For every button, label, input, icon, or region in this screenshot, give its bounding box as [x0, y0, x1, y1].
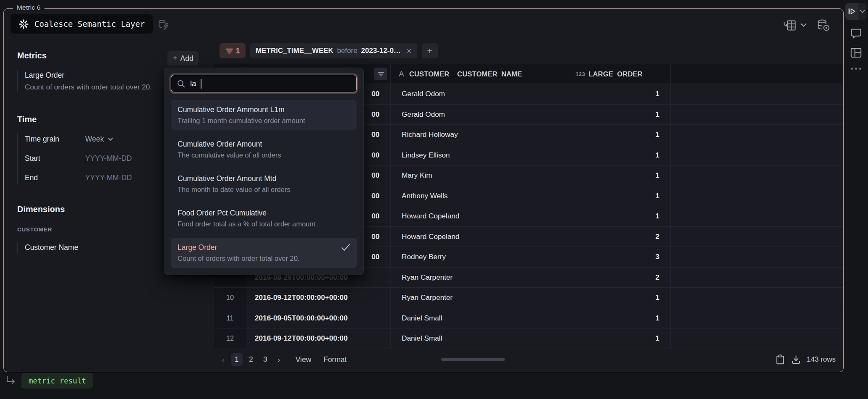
filter-field: METRIC_TIME__WEEK	[256, 47, 333, 55]
cell-customer-name: Daniel Small	[391, 328, 568, 349]
cell-large-order: 1	[568, 308, 671, 328]
run-cell-icon[interactable]	[845, 3, 858, 20]
metric-search-results: Cumulative Order Ammount L1mTrailing 1 m…	[171, 100, 357, 268]
cell-customer-name: Gerald Odom	[391, 105, 568, 125]
cell-large-order: 1	[568, 328, 671, 349]
output-variable-chip[interactable]: metric_result	[21, 373, 93, 388]
cell-large-order: 1	[568, 165, 671, 186]
source-chip[interactable]: Coalesce Semantic Layer	[10, 14, 153, 34]
pagination: ‹ 123 › View Format	[214, 353, 347, 366]
cell-header-actions	[783, 18, 831, 32]
cell-large-order: 1	[568, 105, 671, 125]
cell-customer-name: Howard Copeland	[391, 227, 568, 247]
filter-icon	[377, 71, 384, 77]
cell-customer-name: Howard Copeland	[391, 206, 568, 226]
dimensions-heading: Dimensions	[17, 205, 65, 214]
metric-option[interactable]: Cumulative Order Amount MtdThe month to …	[171, 169, 357, 199]
metric-option-description: The cumulative value of all orders	[178, 150, 350, 160]
database-preview-icon[interactable]	[816, 18, 831, 32]
add-filter-button[interactable]: +	[422, 43, 438, 58]
cell-blank	[671, 186, 843, 206]
search-icon	[177, 79, 186, 88]
cell-date: 2016-09-12T00:00:00+00:00	[246, 288, 391, 308]
metric-option-description: The month to date value of all orders	[178, 184, 350, 195]
comment-icon[interactable]	[850, 28, 867, 39]
cell-blank	[671, 227, 843, 247]
start-label: Start	[25, 154, 85, 163]
next-page-icon[interactable]: ›	[274, 354, 283, 365]
horizontal-scrollbar[interactable]	[441, 358, 505, 361]
metric-option[interactable]: Food Order Pct CumulativeFood order tota…	[171, 203, 357, 234]
cell-blank	[671, 268, 843, 288]
cell-large-order: 3	[568, 247, 671, 267]
column-name: CUSTOMER__CUSTOMER_NAME	[409, 70, 522, 78]
start-date-input[interactable]: YYYY-MM-DD	[85, 154, 132, 163]
table-row: 102016-09-12T00:00:00+00:00Ryan Carpente…	[214, 288, 843, 308]
metric-search-dropdown: la Cumulative Order Ammount L1mTrailing …	[164, 68, 364, 275]
edit-source-icon[interactable]	[157, 19, 170, 33]
cell-blank	[671, 84, 843, 104]
page-button-2[interactable]: 2	[245, 353, 257, 366]
cell-large-order: 1	[568, 288, 671, 308]
add-metric-button[interactable]: + Add	[167, 51, 199, 66]
check-icon	[341, 244, 350, 251]
column-name: LARGE_ORDER	[588, 70, 643, 78]
metric-option[interactable]: Large OrderCount of orders with order to…	[171, 238, 357, 268]
remove-filter-icon[interactable]: ×	[407, 47, 412, 55]
format-menu[interactable]: Format	[324, 355, 347, 364]
cell-large-order: 1	[568, 84, 671, 104]
return-arrow-icon	[5, 375, 18, 387]
header-large-order[interactable]: 123 LARGE_ORDER	[568, 64, 671, 84]
filter-chip[interactable]: METRIC_TIME__WEEK before 2023-12-0… ×	[250, 43, 417, 58]
time-grain-select[interactable]: Week	[85, 135, 113, 144]
column-filter-button[interactable]	[374, 68, 387, 80]
download-icon[interactable]	[791, 354, 801, 365]
metric-option-title: Cumulative Order Amount Mtd	[178, 173, 350, 184]
filter-icon	[225, 48, 233, 54]
header-customer-name[interactable]: A CUSTOMER__CUSTOMER_NAME	[391, 64, 568, 84]
header-blank-column	[671, 64, 843, 84]
cell-customer-name: Lindsey Ellison	[391, 145, 568, 165]
chevron-down-icon[interactable]	[800, 23, 807, 27]
prev-page-icon[interactable]: ‹	[219, 354, 228, 365]
add-metric-label: Add	[180, 54, 193, 63]
cell-blank	[671, 145, 843, 165]
cell-date: 2016-09-05T00:00:00+00:00	[246, 308, 391, 328]
cell-output: metric_result	[5, 373, 93, 388]
time-grain-label: Time grain	[25, 135, 85, 144]
source-chip-label: Coalesce Semantic Layer	[34, 19, 145, 29]
filter-count-badge[interactable]: 1	[220, 43, 246, 58]
metric-option[interactable]: Cumulative Order AmountThe cumulative va…	[171, 134, 357, 165]
row-count: 143 rows	[807, 355, 836, 364]
cell-blank	[671, 165, 843, 186]
cell-blank	[671, 308, 843, 328]
end-date-input[interactable]: YYYY-MM-DD	[85, 173, 132, 182]
page-button-3[interactable]: 3	[259, 353, 271, 366]
cell-customer-name: Richard Holloway	[391, 125, 568, 145]
time-heading: Time	[17, 115, 37, 124]
metric-option-title: Large Order	[178, 242, 350, 253]
copy-icon[interactable]	[775, 354, 785, 365]
metric-option-description: Count of orders with order total over 20…	[178, 253, 350, 264]
metric-search-input[interactable]: la	[171, 75, 357, 92]
cell-large-order: 1	[568, 125, 671, 145]
cell-customer-name: Anthony Wells	[391, 186, 568, 206]
row-index: 10	[214, 288, 246, 308]
dimension-item[interactable]: Customer Name	[17, 242, 151, 253]
page-button-1[interactable]: 1	[231, 353, 243, 366]
view-menu[interactable]: View	[295, 355, 311, 364]
metric-option[interactable]: Cumulative Order Ammount L1mTrailing 1 m…	[171, 100, 357, 130]
layout-icon[interactable]	[850, 47, 867, 58]
filter-value: 2023-12-0…	[361, 47, 401, 55]
filter-operator: before	[337, 47, 357, 55]
table-footer: ‹ 123 › View Format 143 rows	[214, 350, 843, 369]
cell-large-order: 1	[568, 206, 671, 226]
metric-option-description: Food order total as a % of total order a…	[178, 218, 350, 229]
insert-table-icon[interactable]	[783, 19, 797, 32]
time-grain-value: Week	[85, 135, 104, 144]
run-options-icon[interactable]	[858, 3, 866, 20]
page-list: 123	[231, 353, 271, 366]
cell-blank	[671, 105, 843, 125]
cell-customer-name: Daniel Small	[391, 308, 568, 328]
more-options-icon[interactable]	[851, 68, 867, 70]
